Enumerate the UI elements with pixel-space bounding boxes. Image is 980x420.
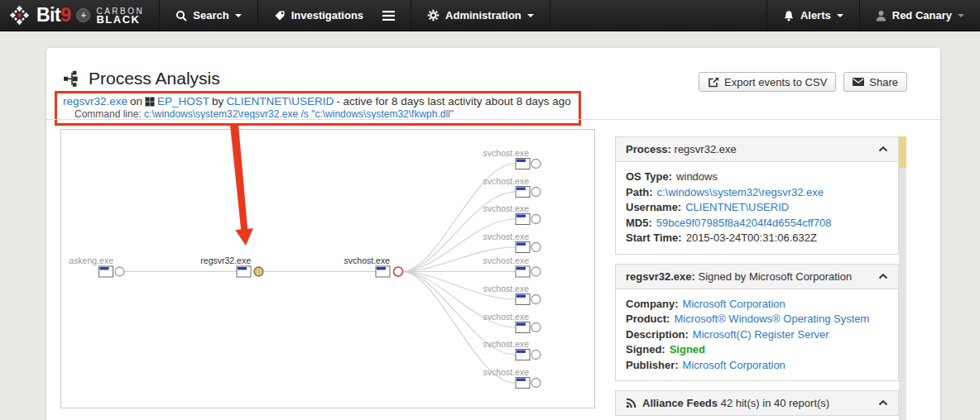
- nav-administration-label: Administration: [445, 9, 521, 21]
- signing-header-text: Signed by Microsoft Corporation: [698, 270, 852, 283]
- caret-down-icon: [958, 14, 964, 17]
- process-node-circle[interactable]: [531, 295, 540, 304]
- process-node-label: svchost.exe: [483, 176, 530, 186]
- process-node-circle[interactable]: [531, 243, 540, 252]
- signing-section-body: Company:Microsoft Corporation Product:Mi…: [616, 289, 898, 381]
- rss-feed-icon: [626, 398, 637, 408]
- nav-search[interactable]: Search: [160, 0, 257, 31]
- nav-user-label: Red Canary: [892, 9, 952, 21]
- child-node-svchost[interactable]: svchost.exe: [483, 367, 540, 389]
- chevron-up-icon[interactable]: [878, 146, 888, 152]
- window-icon: [516, 294, 530, 305]
- child-node-svchost[interactable]: svchost.exe: [483, 203, 540, 225]
- menu-icon[interactable]: [382, 11, 395, 21]
- nav-alerts[interactable]: Alerts: [767, 0, 859, 31]
- alliance-feeds-header[interactable]: Alliance Feeds 42 hit(s) in 40 report(s): [616, 391, 898, 415]
- child-node-svchost[interactable]: svchost.exe: [483, 339, 540, 360]
- process-tree-graph: askeng.exe regsvr32.exe svchost.exe: [61, 130, 594, 408]
- nav-investigations[interactable]: Investigations: [258, 0, 411, 31]
- company-link[interactable]: Microsoft Corporation: [683, 298, 785, 310]
- tag-icon: [274, 10, 286, 21]
- md5-link[interactable]: 59bce9f07985f8a4204f4d6554cff708: [656, 217, 832, 229]
- process-node-label: svchost.exe: [344, 255, 391, 265]
- path-link[interactable]: c:\windows\system32\regsvr32.exe: [657, 186, 824, 198]
- details-scrollbar-track[interactable]: [899, 136, 906, 420]
- command-line-label: Command line:: [74, 108, 144, 120]
- top-navbar: Bit9 + CARBON BLACK Search Investigation…: [0, 0, 980, 31]
- username-link[interactable]: CLIENTNET\USERID: [226, 94, 334, 108]
- process-node-svchost-parent[interactable]: svchost.exe: [344, 255, 403, 277]
- chevron-up-icon[interactable]: [878, 274, 888, 279]
- nav-investigations-label: Investigations: [291, 9, 363, 21]
- gear-icon: [427, 9, 440, 21]
- process-node-label: svchost.exe: [483, 255, 530, 265]
- process-section-body: OS Type:windows Path:c:\windows\system32…: [616, 161, 898, 254]
- main-content-card: Process Analysis Export events to CSV Sh…: [46, 48, 940, 420]
- bit9-diamond-icon: [8, 4, 31, 26]
- child-node-svchost[interactable]: svchost.exe: [483, 284, 540, 305]
- child-node-svchost[interactable]: svchost.exe: [483, 176, 540, 198]
- page-title: Process Analysis: [63, 69, 220, 88]
- signing-section-header[interactable]: regsvr32.exe: Signed by Microsoft Corpor…: [616, 265, 898, 289]
- plus-badge: +: [76, 8, 90, 22]
- share-button[interactable]: Share: [843, 72, 907, 92]
- md5-label: MD5:: [626, 217, 652, 229]
- window-icon: [516, 378, 530, 389]
- path-label: Path:: [626, 186, 653, 198]
- share-label: Share: [869, 76, 898, 88]
- username-link[interactable]: CLIENTNET\USERID: [685, 201, 789, 213]
- bit9-wordmark: Bit9: [36, 4, 70, 26]
- child-node-svchost[interactable]: svchost.exe: [483, 148, 540, 169]
- red-annotation-box: regsvr32.exe on EP_HOST by CLIENTNET\USE…: [55, 91, 581, 126]
- caret-down-icon: [235, 14, 242, 17]
- process-node-circle[interactable]: [531, 323, 540, 332]
- alliance-feeds-title: Alliance Feeds: [642, 397, 718, 409]
- page-title-text: Process Analysis: [89, 69, 220, 88]
- process-node-label: regsvr32.exe: [200, 255, 251, 265]
- window-icon: [516, 266, 530, 277]
- process-node-circle[interactable]: [115, 267, 124, 276]
- process-node-circle[interactable]: [531, 160, 540, 169]
- process-node-label: svchost.exe: [483, 339, 530, 349]
- chevron-up-icon[interactable]: [878, 400, 888, 406]
- os-type-value: windows: [676, 170, 718, 183]
- start-time-label: Start Time:: [626, 231, 682, 244]
- process-node-regsvr32[interactable]: regsvr32.exe: [200, 255, 263, 277]
- child-node-svchost[interactable]: svchost.exe: [483, 255, 540, 277]
- process-section-header[interactable]: Process: regsvr32.exe: [616, 137, 898, 161]
- brand-logo[interactable]: Bit9 + CARBON BLACK: [0, 0, 159, 31]
- host-link[interactable]: EP_HOST: [157, 94, 209, 108]
- description-link[interactable]: Microsoft(C) Register Server: [693, 328, 829, 341]
- process-name-link[interactable]: regsvr32.exe: [63, 94, 127, 108]
- nav-administration[interactable]: Administration: [411, 0, 550, 31]
- alliance-feeds-summary: 42 hit(s) in 40 report(s): [721, 397, 830, 409]
- process-node-circle[interactable]: [531, 379, 540, 388]
- process-node-label: svchost.exe: [483, 284, 530, 294]
- details-scrollbar-marker[interactable]: [899, 136, 906, 168]
- process-node-circle[interactable]: [531, 351, 540, 360]
- command-line-link[interactable]: c:\windows\system32\regsvr32.exe /s "c:\…: [144, 108, 454, 120]
- process-node-label: svchost.exe: [483, 148, 530, 158]
- bell-icon: [783, 10, 795, 21]
- process-node-circle[interactable]: [531, 188, 540, 197]
- nav-search-label: Search: [193, 9, 228, 21]
- nav-alerts-label: Alerts: [800, 9, 831, 21]
- export-csv-button[interactable]: Export events to CSV: [699, 72, 836, 92]
- process-header-value: regsvr32.exe: [675, 143, 737, 155]
- process-node-circle[interactable]: [531, 267, 540, 276]
- publisher-label: Publisher:: [626, 359, 679, 371]
- parent-node-circle[interactable]: [394, 267, 403, 276]
- os-type-label: OS Type:: [626, 170, 672, 183]
- process-tree-panel[interactable]: askeng.exe regsvr32.exe svchost.exe: [60, 129, 595, 408]
- description-label: Description:: [626, 328, 689, 341]
- selected-node-circle[interactable]: [254, 267, 263, 276]
- process-node-circle[interactable]: [531, 215, 540, 224]
- publisher-link[interactable]: Microsoft Corporation: [683, 359, 785, 371]
- export-icon: [708, 77, 719, 88]
- product-link[interactable]: Microsoft® Windows® Operating System: [674, 313, 869, 325]
- window-icon: [99, 266, 113, 277]
- process-node-askeng[interactable]: askeng.exe: [69, 255, 124, 277]
- process-tree-icon: [63, 69, 81, 88]
- process-summary-line: regsvr32.exe on EP_HOST by CLIENTNET\USE…: [63, 94, 571, 108]
- nav-user-menu[interactable]: Red Canary: [860, 0, 980, 31]
